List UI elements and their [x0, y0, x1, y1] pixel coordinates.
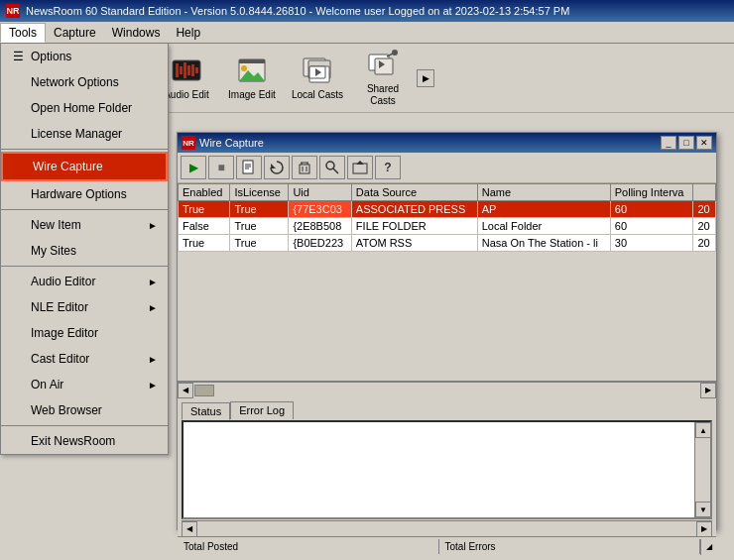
wire-search-btn[interactable]: [319, 156, 345, 179]
svg-rect-9: [176, 63, 179, 77]
wire-play-btn[interactable]: ▶: [181, 156, 206, 179]
menu-image-editor[interactable]: Image Editor: [1, 320, 168, 346]
wire-title-left: NR Wire Capture: [182, 136, 264, 150]
col-datasource: Data Source: [351, 184, 477, 201]
tab-status[interactable]: Status: [182, 402, 230, 420]
svg-rect-16: [239, 59, 265, 63]
cell-islicense: True: [230, 218, 289, 235]
toolbar-btn-sharedcasts[interactable]: Shared Casts: [351, 49, 415, 108]
wire-toolbar: ▶ ■: [178, 153, 716, 183]
wire-stop-btn[interactable]: ■: [208, 156, 234, 179]
svg-line-41: [333, 168, 338, 173]
svg-rect-42: [353, 164, 367, 173]
total-errors: Total Errors: [439, 539, 701, 554]
svg-rect-14: [195, 67, 198, 73]
log-scroll-up[interactable]: ▲: [695, 422, 711, 438]
menu-hardware-options[interactable]: Hardware Options: [1, 181, 168, 207]
wire-table-container: Enabled IsLicense Uid Data Source Name P…: [178, 183, 716, 382]
cell-extra: 20: [693, 218, 716, 235]
wire-minimize-btn[interactable]: _: [661, 136, 676, 150]
hscroll-thumb[interactable]: [194, 385, 214, 396]
menu-my-sites[interactable]: My Sites: [1, 238, 168, 264]
menu-tools[interactable]: Tools: [0, 23, 46, 43]
cell-polling: 60: [610, 218, 693, 235]
cell-islicense: True: [230, 201, 289, 218]
menu-help[interactable]: Help: [168, 24, 208, 42]
log-scrollbar[interactable]: ▲ ▼: [694, 422, 710, 517]
wire-help-btn[interactable]: ?: [375, 156, 401, 179]
app-icon: NR: [6, 4, 20, 18]
svg-rect-13: [191, 64, 194, 76]
status-tabs: Status Error Log: [178, 399, 716, 419]
log-scroll-down[interactable]: ▼: [695, 502, 711, 517]
menu-audio-editor[interactable]: Audio Editor ►: [1, 269, 168, 294]
wire-maximize-btn[interactable]: □: [678, 136, 694, 150]
cell-islicense: True: [230, 235, 289, 252]
sharedcasts-label: Shared Casts: [354, 83, 412, 107]
table-row[interactable]: True True {B0ED223 ATOM RSS Nasa On The …: [179, 235, 716, 252]
svg-point-40: [326, 162, 334, 169]
menu-windows[interactable]: Windows: [104, 24, 169, 42]
menu-nle-editor[interactable]: NLE Editor ►: [1, 294, 168, 320]
menu-exit-newsroom[interactable]: Exit NewsRoom: [1, 428, 168, 454]
svg-rect-11: [184, 62, 186, 78]
options-icon: ☰: [9, 48, 27, 65]
menu-open-home-folder[interactable]: Open Home Folder: [1, 95, 168, 121]
toolbar-btn-localcasts[interactable]: Local Casts: [286, 49, 349, 108]
cell-uid: {77E3C03: [289, 201, 351, 218]
svg-marker-33: [271, 164, 276, 168]
menu-separator-2: [1, 209, 168, 210]
menu-on-air[interactable]: On Air ►: [1, 372, 168, 397]
col-extra: [693, 184, 716, 201]
toolbar-nav-right[interactable]: ▶: [417, 69, 434, 87]
cell-extra: 20: [693, 235, 716, 252]
cell-polling: 60: [610, 201, 693, 218]
menu-web-browser[interactable]: Web Browser: [1, 397, 168, 423]
menu-capture[interactable]: Capture: [46, 24, 104, 42]
cell-name: Local Folder: [477, 218, 610, 235]
menu-options[interactable]: ☰ Options: [1, 44, 168, 69]
cell-extra: 20: [693, 201, 716, 218]
menu-separator-3: [1, 266, 168, 267]
wire-hscroll[interactable]: ◀ ▶: [178, 382, 716, 397]
audio-label: Audio Edit: [164, 89, 209, 101]
table-row[interactable]: True True {77E3C03 ASSOCIATED PRESS AP 6…: [179, 201, 716, 218]
wire-refresh-btn[interactable]: [264, 156, 290, 179]
col-polling: Polling Interva: [610, 184, 693, 201]
wire-capture-window: NR Wire Capture _ □ ✕ ▶ ■: [177, 132, 717, 530]
table-row[interactable]: False True {2E8B508 FILE FOLDER Local Fo…: [179, 218, 716, 235]
cell-enabled: True: [179, 201, 230, 218]
cell-datasource: ATOM RSS: [351, 235, 477, 252]
wire-title-text: Wire Capture: [199, 137, 264, 149]
cast-editor-arrow: ►: [148, 354, 158, 365]
menu-cast-editor[interactable]: Cast Editor ►: [1, 346, 168, 372]
svg-rect-10: [180, 66, 183, 74]
new-item-arrow: ►: [148, 220, 158, 231]
wire-export-btn[interactable]: [347, 156, 373, 179]
log-hscroll-right[interactable]: ▶: [696, 521, 712, 537]
tab-error-log[interactable]: Error Log: [230, 401, 294, 419]
cell-uid: {2E8B508: [289, 218, 351, 235]
log-hscroll[interactable]: ◀ ▶: [182, 520, 712, 536]
status-resize-grip[interactable]: ◢: [700, 539, 716, 555]
hscroll-right[interactable]: ▶: [700, 383, 716, 398]
cell-datasource: FILE FOLDER: [351, 218, 477, 235]
wire-delete-btn[interactable]: [292, 156, 317, 179]
log-area: ▲ ▼: [182, 420, 712, 519]
menu-wire-capture[interactable]: Wire Capture: [1, 152, 168, 181]
total-posted: Total Posted: [178, 539, 439, 554]
hscroll-left[interactable]: ◀: [178, 383, 193, 398]
image-label: Image Edit: [228, 89, 276, 101]
on-air-arrow: ►: [148, 380, 158, 391]
title-bar: NR NewsRoom 60 Standard Edition - Versio…: [0, 0, 734, 22]
log-hscroll-left[interactable]: ◀: [182, 521, 197, 537]
wire-window-icon: NR: [182, 136, 195, 150]
wire-close-btn[interactable]: ✕: [696, 136, 712, 150]
col-name: Name: [477, 184, 610, 201]
wire-title-controls: _ □ ✕: [661, 136, 712, 150]
wire-new-btn[interactable]: [236, 156, 262, 179]
menu-license-manager[interactable]: License Manager: [1, 121, 168, 147]
toolbar-btn-image[interactable]: Image Edit: [220, 49, 284, 108]
menu-network-options[interactable]: Network Options: [1, 69, 168, 95]
menu-new-item[interactable]: New Item ►: [1, 212, 168, 238]
